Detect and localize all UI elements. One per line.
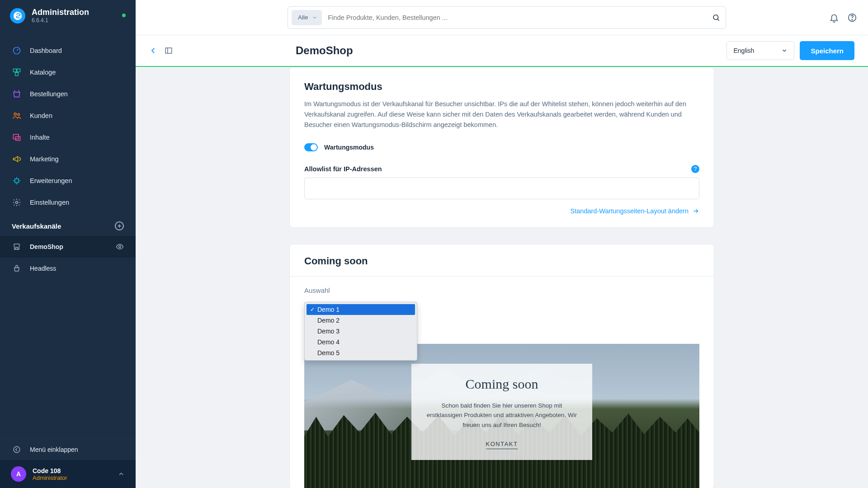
nav-label: Einstellungen [30,199,69,206]
save-button[interactable]: Speichern [800,41,854,60]
sales-channel-name: DemoShop [30,243,63,250]
basket-icon [12,263,22,273]
chevron-down-icon [312,15,317,20]
svg-point-12 [713,15,718,20]
nav-label: Marketing [30,155,59,163]
allowlist-help-button[interactable]: ? [691,165,699,173]
avatar: A [11,466,26,482]
svg-rect-8 [15,179,19,183]
change-layout-link[interactable]: Standard-Wartungsseiten-Layout ändern [571,207,699,215]
maintenance-description: Im Wartungsmodus ist der Verkaufskanal f… [304,99,699,131]
content: Wartungsmodus Im Wartungsmodus ist der V… [136,67,868,488]
settings-icon [12,197,22,207]
sales-channel-demoshop[interactable]: DemoShop [0,236,136,258]
coming-soon-title: Coming soon [290,244,714,277]
global-search[interactable]: Alle [288,6,726,29]
brand-title: Administration [32,8,89,17]
collapse-label: Menü einklappen [30,446,78,453]
allowlist-input[interactable] [304,178,699,199]
dashboard-icon [12,46,22,56]
sales-channel-name: Headless [30,265,56,272]
search-type-select[interactable]: Alle [292,10,322,25]
nav-content[interactable]: Inhalte [0,127,136,148]
dropdown-option[interactable]: Demo 5 [307,347,415,358]
maintenance-card: Wartungsmodus Im Wartungsmodus ist der V… [289,67,714,228]
svg-point-11 [14,446,20,453]
nav-orders[interactable]: Bestellungen [0,83,136,105]
allowlist-label: Allowlist für IP-Adressen [304,165,382,173]
nav-label: Dashboard [30,47,62,54]
arrow-right-icon [692,207,699,215]
svg-point-10 [119,246,121,248]
sales-channels-title: Verkaufskanäle [12,222,61,230]
maintenance-title: Wartungsmodus [304,81,699,93]
nav-label: Erweiterungen [30,177,72,184]
sales-channel-headless[interactable]: Headless [0,258,136,279]
collapse-icon [12,445,22,455]
dropdown-option[interactable]: Demo 4 [307,337,415,347]
status-dot-icon [122,14,126,17]
content-icon [12,132,22,142]
nav-marketing[interactable]: Marketing [0,148,136,170]
dropdown-option[interactable]: Demo 3 [307,326,415,337]
marketing-icon [12,154,22,164]
select-label: Auswahl [304,286,699,294]
dropdown-option[interactable]: Demo 1 [307,304,415,315]
svg-rect-2 [17,69,20,72]
language-value: English [733,47,754,54]
language-select[interactable]: English [726,41,794,60]
nav-dashboard[interactable]: Dashboard [0,40,136,61]
main-nav: Dashboard Kataloge Bestellungen Kunden I… [0,40,136,213]
change-layout-label: Standard-Wartungsseiten-Layout ändern [571,207,689,215]
storefront-icon [12,242,22,252]
nav-label: Bestellungen [30,90,68,98]
search-icon[interactable] [712,14,720,22]
sales-channels-header: Verkaufskanäle + [0,213,136,236]
svg-rect-15 [165,48,172,53]
orders-icon [12,89,22,99]
nav-extensions[interactable]: Erweiterungen [0,170,136,192]
notifications-button[interactable] [829,13,839,23]
svg-rect-1 [14,69,17,72]
preview-text: Schon bald finden Sie hier unseren Shop … [424,401,580,430]
chevron-up-icon [118,470,125,478]
bell-icon [829,13,839,23]
preview-heading: Coming soon [424,376,580,392]
chevron-down-icon [781,47,788,54]
svg-rect-3 [15,73,19,76]
preview-contact-link[interactable]: KONTAKT [486,441,518,449]
search-input[interactable] [328,14,712,21]
extensions-icon [12,176,22,186]
preview-panel: Coming soon Schon bald finden Sie hier u… [411,364,592,460]
add-sales-channel-button[interactable]: + [115,221,124,230]
maintenance-toggle[interactable] [304,143,318,151]
page-header: DemoShop English Speichern [136,35,868,67]
customers-icon [12,111,22,121]
eye-icon[interactable] [116,243,124,251]
collapse-panel-button[interactable] [165,47,173,55]
svg-point-4 [14,113,16,115]
catalog-icon [12,67,22,77]
logo [10,8,25,23]
dropdown-option[interactable]: Demo 2 [307,315,415,326]
collapse-menu-button[interactable]: Menü einklappen [0,438,136,460]
help-button[interactable] [847,13,857,23]
svg-point-5 [18,113,19,115]
user-name: Code 108 [33,467,67,474]
shopware-logo-icon [13,11,23,21]
search-type-label: Alle [298,14,308,21]
nav-label: Inhalte [30,134,50,141]
demo-select-dropdown[interactable]: Demo 1 Demo 2 Demo 3 Demo 4 Demo 5 [304,302,417,361]
sidebar-header: Administration 6.6.4.1 [0,0,136,28]
nav-catalogs[interactable]: Kataloge [0,61,136,83]
svg-point-9 [16,202,18,204]
nav-settings[interactable]: Einstellungen [0,192,136,213]
maintenance-toggle-label: Wartungsmodus [324,144,374,151]
panel-icon [165,47,173,55]
help-icon [847,13,857,23]
user-block[interactable]: A Code 108 Administrator [0,460,136,488]
brand-version: 6.6.4.1 [32,17,89,23]
user-role: Administrator [33,474,67,481]
back-button[interactable] [149,47,157,55]
nav-customers[interactable]: Kunden [0,105,136,127]
